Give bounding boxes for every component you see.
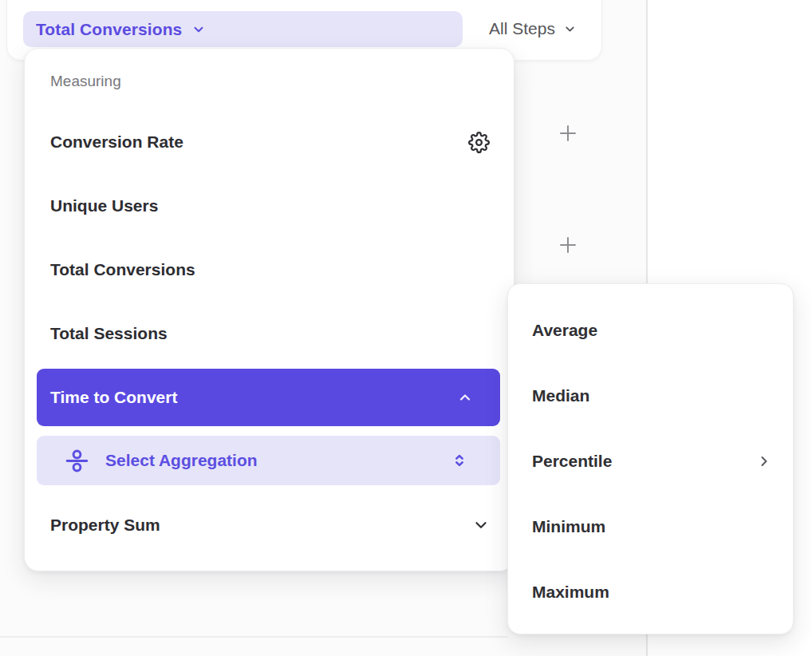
submenu-item-average[interactable]: Average [508, 298, 793, 363]
chevron-down-icon [563, 22, 577, 36]
chevron-right-icon [756, 453, 772, 469]
metric-dropdown-label: Total Conversions [36, 20, 182, 39]
steps-dropdown-label: All Steps [489, 19, 555, 38]
menu-item-total-sessions[interactable]: Total Sessions [25, 302, 514, 366]
menu-item-label: Time to Convert [50, 388, 177, 407]
menu-item-conversion-rate[interactable]: Conversion Rate [25, 110, 514, 174]
menu-item-time-to-convert[interactable]: Time to Convert [37, 369, 500, 426]
plus-icon [558, 124, 577, 143]
menu-item-label: Total Conversions [50, 260, 195, 279]
chevron-up-icon [457, 389, 473, 405]
submenu-item-percentile[interactable]: Percentile [508, 429, 793, 494]
unfold-more-icon [451, 452, 468, 469]
menu-item-label: Total Sessions [50, 324, 168, 343]
menu-item-total-conversions[interactable]: Total Conversions [25, 238, 514, 302]
plus-icon [558, 235, 577, 255]
menu-item-label: Select Aggregation [105, 451, 258, 470]
aggregation-submenu: Average Median Percentile Minimum Maximu… [507, 283, 794, 634]
add-step-button[interactable] [557, 122, 579, 144]
gear-icon[interactable] [468, 132, 490, 153]
chevron-down-icon [472, 516, 490, 534]
menu-item-label: Unique Users [50, 196, 158, 215]
horizontal-divider [0, 636, 508, 638]
aggregation-icon [65, 449, 89, 473]
metric-dropdown-button[interactable]: Total Conversions [23, 11, 463, 47]
menu-item-label: Property Sum [50, 516, 160, 535]
submenu-item-maximum[interactable]: Maximum [508, 559, 793, 625]
menu-section-label: Measuring [50, 73, 121, 90]
submenu-item-label: Maximum [532, 583, 609, 602]
measuring-menu: Measuring Conversion Rate Unique Users T… [24, 48, 514, 571]
menu-item-property-sum[interactable]: Property Sum [25, 493, 514, 557]
add-step-button[interactable] [557, 234, 579, 256]
submenu-item-label: Average [532, 321, 597, 340]
submenu-item-label: Minimum [532, 517, 605, 536]
chevron-down-icon [191, 22, 206, 37]
submenu-item-label: Percentile [532, 452, 612, 471]
menu-item-select-aggregation[interactable]: Select Aggregation [37, 436, 500, 485]
menu-item-unique-users[interactable]: Unique Users [25, 174, 514, 238]
submenu-item-median[interactable]: Median [508, 363, 793, 429]
submenu-item-minimum[interactable]: Minimum [508, 494, 793, 559]
funnel-builder-screen: Total Conversions All Steps Measuring Co… [0, 0, 812, 656]
submenu-item-label: Median [532, 386, 589, 405]
menu-item-label: Conversion Rate [50, 132, 183, 152]
